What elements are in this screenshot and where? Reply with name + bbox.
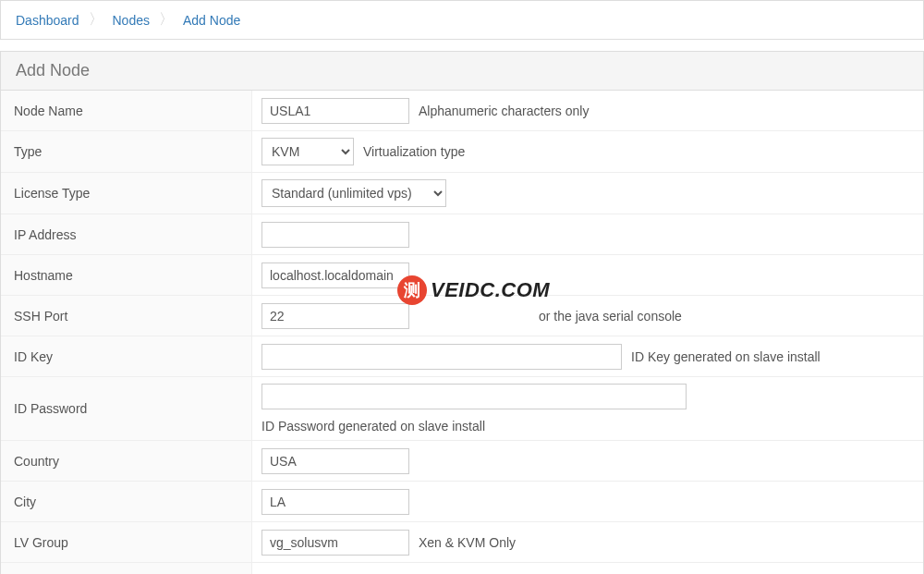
country-input[interactable] [261,448,409,474]
chevron-right-icon: 〉 [89,10,103,30]
label-ssh-port: SSH Port [1,296,252,336]
license-type-select[interactable]: Standard (unlimited vps) [261,179,446,207]
label-lv-group: LV Group [1,522,252,562]
breadcrumb-nodes[interactable]: Nodes [113,13,150,28]
ssh-port-help: or the java serial console [539,309,682,324]
label-country: Country [1,441,252,481]
panel-title: Add Node [1,52,923,91]
label-license-type: License Type [1,173,252,214]
label-id-key: ID Key [1,336,252,376]
breadcrumb-add-node[interactable]: Add Node [183,13,240,28]
row-country: Country [1,441,923,482]
row-city: City [1,482,923,522]
lv-group-help: Xen & KVM Only [419,535,516,550]
row-node-name: Node Name Alphanumeric characters only [1,91,923,131]
row-ssh-port: SSH Port or the java serial console [1,296,923,336]
label-type: Type [1,131,252,172]
ip-address-input[interactable] [261,222,409,248]
row-lv-group: LV Group Xen & KVM Only [1,522,923,563]
ssh-port-input[interactable] [261,303,409,329]
type-help: Virtualization type [363,144,465,159]
row-hostname: Hostname [1,255,923,296]
id-password-input[interactable] [261,384,687,409]
id-password-help: ID Password generated on slave install [261,419,485,434]
label-openvz-vswap: OpenVZ VSwap [1,563,252,574]
label-node-name: Node Name [1,91,252,130]
label-city: City [1,482,252,521]
label-hostname: Hostname [1,255,252,295]
node-name-help: Alphanumeric characters only [419,104,589,118]
row-id-password: ID Password ID Password generated on sla… [1,377,923,441]
row-ip-address: IP Address [1,214,923,255]
add-node-panel: Add Node Node Name Alphanumeric characte… [0,51,924,574]
hostname-input[interactable] [261,263,409,288]
label-ip-address: IP Address [1,214,252,254]
row-openvz-vswap: OpenVZ VSwap (OpenVZ) Only tick this if … [1,563,923,574]
chevron-right-icon: 〉 [159,10,174,30]
breadcrumb-dashboard[interactable]: Dashboard [16,13,79,28]
id-key-help: ID Key generated on slave install [631,349,821,364]
row-license-type: License Type Standard (unlimited vps) [1,173,923,214]
type-select[interactable]: KVM [261,138,354,165]
label-id-password: ID Password [1,377,252,440]
node-name-input[interactable] [261,98,409,124]
row-type: Type KVM Virtualization type [1,131,923,173]
row-id-key: ID Key ID Key generated on slave install [1,336,923,377]
lv-group-input[interactable] [261,530,409,556]
breadcrumb: Dashboard 〉 Nodes 〉 Add Node [0,0,924,40]
id-key-input[interactable] [261,344,622,370]
city-input[interactable] [261,489,409,515]
